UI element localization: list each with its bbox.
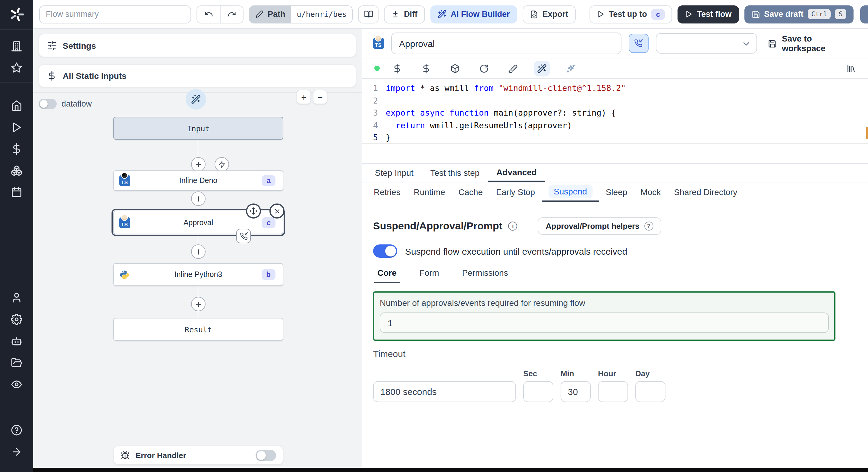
- sidebar-item-settings[interactable]: [6, 308, 27, 330]
- timeout-sec-input[interactable]: [523, 381, 553, 402]
- sidebar-item-runs[interactable]: [6, 116, 27, 138]
- path-value[interactable]: u/henri/bes: [291, 6, 352, 23]
- ai-graph-wand-button[interactable]: [186, 89, 206, 109]
- subtab-cache[interactable]: Cache: [452, 182, 490, 202]
- sidebar-item-variables[interactable]: [6, 138, 27, 160]
- timeout-day-input[interactable]: [635, 381, 665, 402]
- ai-flow-builder-label: AI Flow Builder: [451, 10, 510, 19]
- diff-button[interactable]: Diff: [384, 5, 425, 23]
- code-editor[interactable]: 1 import * as wmill from "windmill-clien…: [362, 79, 868, 164]
- sidebar-item-folders[interactable]: [6, 351, 27, 373]
- bug-icon: [121, 451, 130, 460]
- ai-sparkles-button[interactable]: [563, 61, 579, 76]
- subtab-mock[interactable]: Mock: [634, 182, 667, 202]
- subtab-sleep[interactable]: Sleep: [599, 182, 634, 202]
- save-icon: [768, 39, 777, 48]
- sidebar-item-resources[interactable]: [6, 160, 27, 181]
- add-step-button[interactable]: [191, 192, 206, 206]
- deploy-button-partial[interactable]: [860, 5, 868, 24]
- tab-test-this-step[interactable]: Test this step: [422, 164, 488, 182]
- add-step-button[interactable]: [191, 157, 206, 172]
- tab-permissions[interactable]: Permissions: [459, 268, 511, 283]
- docs-button[interactable]: [358, 5, 378, 23]
- sidebar-item-favorites[interactable]: [6, 57, 27, 78]
- package-button[interactable]: [447, 61, 463, 76]
- sidebar-item-workers[interactable]: [6, 330, 27, 351]
- approval-phone-button[interactable]: [629, 34, 648, 53]
- tab-core[interactable]: Core: [374, 268, 400, 283]
- dataflow-toggle[interactable]: [38, 99, 57, 109]
- required-approvals-input[interactable]: [380, 312, 829, 333]
- approval-step-phone-icon[interactable]: [236, 229, 251, 243]
- sidebar-item-help[interactable]: [6, 419, 27, 441]
- save-draft-button[interactable]: Save draft Ctrl S: [744, 5, 854, 23]
- error-handler-toggle[interactable]: [255, 449, 276, 461]
- save-to-workspace-button[interactable]: Save to workspace: [768, 34, 857, 53]
- subtab-runtime[interactable]: Runtime: [407, 182, 452, 202]
- move-step-button[interactable]: [246, 203, 261, 218]
- reload-button[interactable]: [476, 61, 492, 76]
- line-number: 1: [362, 82, 378, 94]
- phone-incoming-icon: [634, 39, 643, 47]
- suspend-mode-tabs: Core Form Permissions: [373, 268, 835, 283]
- suspend-toggle[interactable]: [373, 244, 397, 258]
- plus-icon: [194, 195, 202, 203]
- test-flow-button[interactable]: Test flow: [678, 5, 739, 23]
- info-icon[interactable]: i: [508, 222, 518, 231]
- windmill-logo-icon[interactable]: [8, 6, 25, 23]
- add-trigger-button[interactable]: [215, 157, 229, 172]
- timeout-hour-input[interactable]: [598, 381, 628, 402]
- flow-settings-button[interactable]: Settings: [38, 34, 356, 57]
- timeout-min-input[interactable]: [561, 381, 591, 402]
- sidebar-item-users[interactable]: [6, 286, 27, 308]
- plus-icon: [194, 248, 202, 256]
- subtab-retries[interactable]: Retries: [367, 182, 407, 202]
- sidebar-item-workspace[interactable]: [6, 35, 27, 57]
- script-version-select[interactable]: [655, 33, 757, 54]
- flow-node-result[interactable]: Result: [113, 318, 283, 341]
- export-button[interactable]: Export: [523, 5, 576, 23]
- undo-button[interactable]: [197, 6, 220, 23]
- sidebar-collapse-arrow-icon[interactable]: [6, 441, 27, 462]
- flow-node-inline-deno[interactable]: TS Inline Deno a: [113, 170, 283, 191]
- toolbar: Path u/henri/bes Diff AI Flow Builder Ex…: [33, 0, 868, 29]
- flow-node-inline-python3[interactable]: Inline Python3 b: [113, 263, 283, 286]
- all-static-inputs-button[interactable]: All Static Inputs: [38, 64, 356, 87]
- test-up-to-button[interactable]: Test up to c: [590, 5, 672, 23]
- ai-assistant-button[interactable]: [534, 61, 550, 76]
- tab-step-input[interactable]: Step Input: [367, 164, 422, 182]
- play-icon: [685, 10, 692, 18]
- sidebar-item-schedules[interactable]: [6, 181, 27, 203]
- timeout-seconds-input[interactable]: [373, 381, 516, 402]
- path-button[interactable]: Path: [250, 6, 291, 23]
- sidebar-item-home[interactable]: [6, 95, 27, 116]
- add-step-button[interactable]: [191, 297, 206, 311]
- flow-summary-input[interactable]: [39, 5, 191, 23]
- resources-dollar-button[interactable]: [418, 61, 434, 76]
- tab-form[interactable]: Form: [416, 268, 442, 283]
- tab-advanced[interactable]: Advanced: [488, 164, 545, 182]
- add-step-button[interactable]: [191, 244, 206, 259]
- zoom-in-button[interactable]: +: [297, 90, 311, 104]
- approval-prompt-helpers-button[interactable]: Approval/Prompt helpers ?: [538, 217, 661, 235]
- sidebar-item-audit-logs[interactable]: [6, 373, 27, 395]
- required-approvals-field: Number of approvals/events required for …: [373, 292, 835, 341]
- timeout-row: Sec Min Hour Day: [373, 369, 835, 402]
- step-title-input[interactable]: [391, 33, 621, 54]
- subtab-shared-directory[interactable]: Shared Directory: [667, 182, 744, 202]
- subtab-suspend[interactable]: Suspend: [541, 182, 599, 202]
- format-button[interactable]: [505, 61, 521, 76]
- subtab-early-stop[interactable]: Early Stop: [490, 182, 541, 202]
- delete-step-button[interactable]: [270, 203, 284, 218]
- flow-node-input[interactable]: Input: [113, 117, 283, 140]
- zoom-out-button[interactable]: −: [313, 90, 327, 104]
- ai-flow-builder-button[interactable]: AI Flow Builder: [430, 5, 517, 23]
- typescript-icon: TS: [119, 217, 130, 228]
- variables-button[interactable]: [390, 61, 405, 76]
- bottom-edge: [33, 468, 868, 472]
- bun-icon: [121, 214, 128, 221]
- redo-button[interactable]: [220, 6, 243, 23]
- step-id-badge: b: [261, 269, 276, 280]
- error-handler-row[interactable]: Error Handler: [113, 445, 283, 465]
- library-button[interactable]: [846, 64, 856, 73]
